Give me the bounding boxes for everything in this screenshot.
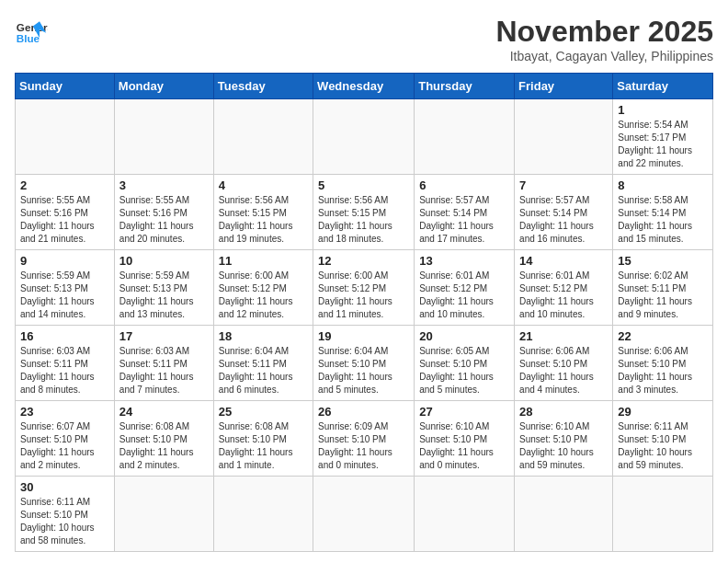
day-info: Sunrise: 5:55 AM Sunset: 5:16 PM Dayligh… bbox=[119, 194, 209, 246]
calendar-cell: 16Sunrise: 6:03 AM Sunset: 5:11 PM Dayli… bbox=[16, 326, 115, 401]
calendar-cell bbox=[515, 477, 613, 552]
day-number: 15 bbox=[618, 254, 708, 268]
title-area: November 2025 Itbayat, Cagayan Valley, P… bbox=[495, 15, 713, 63]
calendar-table: SundayMondayTuesdayWednesdayThursdayFrid… bbox=[15, 73, 713, 552]
day-info: Sunrise: 5:59 AM Sunset: 5:13 PM Dayligh… bbox=[119, 270, 209, 321]
day-info: Sunrise: 6:07 AM Sunset: 5:10 PM Dayligh… bbox=[20, 420, 109, 472]
day-info: Sunrise: 6:11 AM Sunset: 5:10 PM Dayligh… bbox=[20, 496, 109, 547]
day-info: Sunrise: 5:55 AM Sunset: 5:16 PM Dayligh… bbox=[20, 194, 109, 246]
calendar-cell: 14Sunrise: 6:01 AM Sunset: 5:12 PM Dayli… bbox=[515, 250, 613, 326]
calendar-cell: 25Sunrise: 6:08 AM Sunset: 5:10 PM Dayli… bbox=[213, 401, 313, 477]
calendar-cell: 4Sunrise: 5:56 AM Sunset: 5:15 PM Daylig… bbox=[213, 175, 313, 250]
day-info: Sunrise: 6:10 AM Sunset: 5:10 PM Dayligh… bbox=[419, 420, 509, 472]
day-info: Sunrise: 6:01 AM Sunset: 5:12 PM Dayligh… bbox=[519, 270, 608, 321]
calendar-cell bbox=[515, 99, 613, 175]
calendar-cell: 17Sunrise: 6:03 AM Sunset: 5:11 PM Dayli… bbox=[114, 326, 213, 401]
day-number: 8 bbox=[618, 178, 708, 192]
calendar-cell: 7Sunrise: 5:57 AM Sunset: 5:14 PM Daylig… bbox=[515, 175, 613, 250]
day-info: Sunrise: 5:57 AM Sunset: 5:14 PM Dayligh… bbox=[419, 194, 509, 246]
logo-icon: General Blue bbox=[15, 15, 48, 48]
day-info: Sunrise: 5:57 AM Sunset: 5:14 PM Dayligh… bbox=[519, 194, 608, 246]
day-number: 6 bbox=[419, 178, 509, 192]
day-number: 7 bbox=[519, 178, 608, 192]
day-info: Sunrise: 5:56 AM Sunset: 5:15 PM Dayligh… bbox=[318, 194, 409, 246]
calendar-cell bbox=[213, 99, 313, 175]
calendar-cell bbox=[114, 99, 213, 175]
header-saturday: Saturday bbox=[613, 74, 713, 99]
day-info: Sunrise: 5:58 AM Sunset: 5:14 PM Dayligh… bbox=[618, 194, 708, 246]
day-number: 12 bbox=[318, 254, 409, 268]
calendar-cell: 1Sunrise: 5:54 AM Sunset: 5:17 PM Daylig… bbox=[613, 99, 713, 175]
day-number: 26 bbox=[318, 405, 409, 419]
header-monday: Monday bbox=[114, 74, 213, 99]
day-number: 2 bbox=[20, 178, 109, 192]
day-info: Sunrise: 6:01 AM Sunset: 5:12 PM Dayligh… bbox=[419, 270, 509, 321]
calendar-cell: 6Sunrise: 5:57 AM Sunset: 5:14 PM Daylig… bbox=[415, 175, 515, 250]
header-tuesday: Tuesday bbox=[213, 74, 313, 99]
calendar-cell bbox=[313, 99, 415, 175]
day-info: Sunrise: 6:09 AM Sunset: 5:10 PM Dayligh… bbox=[318, 420, 409, 472]
calendar-cell bbox=[313, 477, 415, 552]
day-number: 19 bbox=[318, 329, 409, 343]
header-wednesday: Wednesday bbox=[313, 74, 415, 99]
day-number: 21 bbox=[519, 329, 608, 343]
calendar-cell bbox=[16, 99, 115, 175]
day-number: 20 bbox=[419, 329, 509, 343]
day-info: Sunrise: 6:11 AM Sunset: 5:10 PM Dayligh… bbox=[618, 420, 708, 472]
calendar-cell bbox=[415, 477, 515, 552]
day-number: 18 bbox=[219, 329, 308, 343]
svg-text:Blue: Blue bbox=[17, 32, 40, 44]
page-header: General Blue November 2025 Itbayat, Caga… bbox=[15, 15, 713, 63]
day-info: Sunrise: 6:03 AM Sunset: 5:11 PM Dayligh… bbox=[20, 345, 109, 396]
calendar-cell: 26Sunrise: 6:09 AM Sunset: 5:10 PM Dayli… bbox=[313, 401, 415, 477]
day-number: 5 bbox=[318, 178, 409, 192]
calendar-week-6: 30Sunrise: 6:11 AM Sunset: 5:10 PM Dayli… bbox=[16, 477, 713, 552]
day-number: 16 bbox=[20, 329, 109, 343]
calendar-cell: 8Sunrise: 5:58 AM Sunset: 5:14 PM Daylig… bbox=[613, 175, 713, 250]
calendar-cell: 28Sunrise: 6:10 AM Sunset: 5:10 PM Dayli… bbox=[515, 401, 613, 477]
calendar-cell: 19Sunrise: 6:04 AM Sunset: 5:10 PM Dayli… bbox=[313, 326, 415, 401]
day-info: Sunrise: 6:08 AM Sunset: 5:10 PM Dayligh… bbox=[219, 420, 308, 472]
calendar-cell: 2Sunrise: 5:55 AM Sunset: 5:16 PM Daylig… bbox=[16, 175, 115, 250]
month-title: November 2025 bbox=[495, 15, 713, 49]
day-info: Sunrise: 6:05 AM Sunset: 5:10 PM Dayligh… bbox=[419, 345, 509, 396]
day-number: 14 bbox=[519, 254, 608, 268]
header-friday: Friday bbox=[515, 74, 613, 99]
calendar-cell: 10Sunrise: 5:59 AM Sunset: 5:13 PM Dayli… bbox=[114, 250, 213, 326]
calendar-cell: 9Sunrise: 5:59 AM Sunset: 5:13 PM Daylig… bbox=[16, 250, 115, 326]
location-subtitle: Itbayat, Cagayan Valley, Philippines bbox=[495, 49, 713, 63]
day-number: 11 bbox=[219, 254, 308, 268]
day-info: Sunrise: 6:06 AM Sunset: 5:10 PM Dayligh… bbox=[618, 345, 708, 396]
day-number: 22 bbox=[618, 329, 708, 343]
calendar-cell bbox=[613, 477, 713, 552]
calendar-cell: 23Sunrise: 6:07 AM Sunset: 5:10 PM Dayli… bbox=[16, 401, 115, 477]
day-number: 3 bbox=[119, 178, 209, 192]
day-number: 23 bbox=[20, 405, 109, 419]
calendar-week-1: 1Sunrise: 5:54 AM Sunset: 5:17 PM Daylig… bbox=[16, 99, 713, 175]
calendar-week-5: 23Sunrise: 6:07 AM Sunset: 5:10 PM Dayli… bbox=[16, 401, 713, 477]
calendar-cell: 30Sunrise: 6:11 AM Sunset: 5:10 PM Dayli… bbox=[16, 477, 115, 552]
calendar-cell: 29Sunrise: 6:11 AM Sunset: 5:10 PM Dayli… bbox=[613, 401, 713, 477]
calendar-week-3: 9Sunrise: 5:59 AM Sunset: 5:13 PM Daylig… bbox=[16, 250, 713, 326]
header-thursday: Thursday bbox=[415, 74, 515, 99]
day-number: 25 bbox=[219, 405, 308, 419]
calendar-cell bbox=[415, 99, 515, 175]
calendar-cell: 11Sunrise: 6:00 AM Sunset: 5:12 PM Dayli… bbox=[213, 250, 313, 326]
day-number: 1 bbox=[618, 103, 708, 117]
day-number: 30 bbox=[20, 480, 109, 494]
calendar-header-row: SundayMondayTuesdayWednesdayThursdayFrid… bbox=[16, 74, 713, 99]
day-number: 17 bbox=[119, 329, 209, 343]
day-info: Sunrise: 5:56 AM Sunset: 5:15 PM Dayligh… bbox=[219, 194, 308, 246]
day-number: 24 bbox=[119, 405, 209, 419]
calendar-cell: 20Sunrise: 6:05 AM Sunset: 5:10 PM Dayli… bbox=[415, 326, 515, 401]
calendar-week-2: 2Sunrise: 5:55 AM Sunset: 5:16 PM Daylig… bbox=[16, 175, 713, 250]
day-number: 29 bbox=[618, 405, 708, 419]
calendar-cell: 5Sunrise: 5:56 AM Sunset: 5:15 PM Daylig… bbox=[313, 175, 415, 250]
calendar-cell: 13Sunrise: 6:01 AM Sunset: 5:12 PM Dayli… bbox=[415, 250, 515, 326]
day-info: Sunrise: 6:06 AM Sunset: 5:10 PM Dayligh… bbox=[519, 345, 608, 396]
day-info: Sunrise: 6:10 AM Sunset: 5:10 PM Dayligh… bbox=[519, 420, 608, 472]
day-number: 27 bbox=[419, 405, 509, 419]
calendar-cell: 21Sunrise: 6:06 AM Sunset: 5:10 PM Dayli… bbox=[515, 326, 613, 401]
day-info: Sunrise: 5:54 AM Sunset: 5:17 PM Dayligh… bbox=[618, 119, 708, 170]
day-info: Sunrise: 6:02 AM Sunset: 5:11 PM Dayligh… bbox=[618, 270, 708, 321]
